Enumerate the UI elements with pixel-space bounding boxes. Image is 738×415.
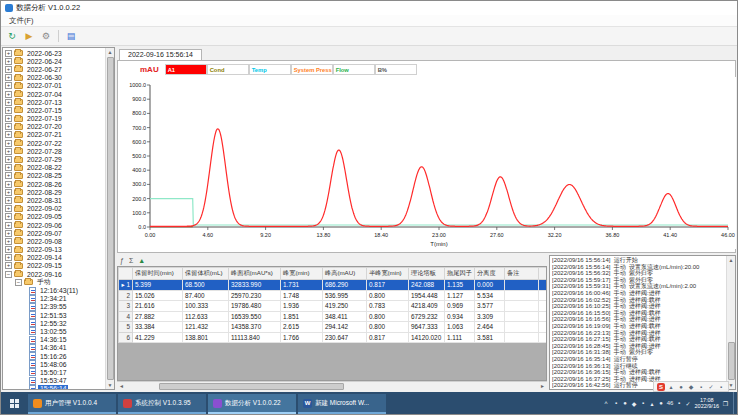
tree-item-2022-08-25[interactable]: +2022-08-25: [3, 172, 105, 180]
tray-icon[interactable]: ◆: [631, 400, 638, 407]
column-header-保留时间-min[interactable]: 保留时间(min): [133, 268, 183, 280]
tree-item-2022-09-07[interactable]: +2022-09-07: [3, 229, 105, 237]
expand-toggle-icon[interactable]: +: [5, 172, 12, 179]
expand-toggle-icon[interactable]: −: [5, 271, 12, 278]
sogou-input-icon[interactable]: S: [657, 383, 665, 391]
table-row[interactable]: ▸ 15.39968.50032833.9901.731686.2900.817…: [119, 280, 548, 291]
formula-tool-icon[interactable]: ƒ: [120, 256, 124, 266]
tree-item-2022-06-23[interactable]: +2022-06-23: [3, 49, 105, 57]
tree-item-2022-09-02[interactable]: +2022-09-02: [3, 205, 105, 213]
expand-toggle-icon[interactable]: +: [5, 148, 12, 155]
table-row[interactable]: 641.229138.80111113.8401.766230.6470.817…: [119, 332, 548, 343]
expand-toggle-icon[interactable]: +: [5, 107, 12, 114]
report-document-button[interactable]: ▤: [64, 29, 78, 43]
tree-item-2022-08-26[interactable]: +2022-08-26: [3, 180, 105, 188]
expand-toggle-icon[interactable]: +: [5, 197, 12, 204]
tray-icon[interactable]: ▴: [649, 400, 656, 407]
tray-icon[interactable]: ●: [622, 400, 629, 407]
hscroll-track[interactable]: [126, 383, 538, 390]
tray-icon[interactable]: ▪: [676, 400, 683, 407]
tree-item-2022-07-20[interactable]: +2022-07-20: [3, 123, 105, 131]
tray-overflow-icon[interactable]: ▪: [697, 383, 705, 391]
expand-toggle-icon[interactable]: +: [5, 164, 12, 171]
tree-item-2022-07-04[interactable]: +2022-07-04: [3, 90, 105, 98]
taskbar-app-用户管理-v1-0-0-4[interactable]: 用户管理 V1.0.0.4: [28, 394, 116, 414]
expand-toggle-icon[interactable]: +: [5, 262, 12, 269]
column-header-备注[interactable]: 备注: [505, 268, 539, 280]
expand-toggle-icon[interactable]: +: [5, 66, 12, 73]
expand-toggle-icon[interactable]: +: [5, 213, 12, 220]
expand-toggle-icon[interactable]: +: [5, 91, 12, 98]
tree-item-2022-07-15[interactable]: +2022-07-15: [3, 106, 105, 114]
legend-channel-cond[interactable]: Cond: [207, 64, 249, 75]
table-row[interactable]: 533.384121.43214358.3702.615294.1420.800…: [119, 322, 548, 333]
tree-item-2022-09-05[interactable]: +2022-09-05: [3, 213, 105, 221]
expand-toggle-icon[interactable]: +: [5, 156, 12, 163]
tree-scrollbar[interactable]: ▲ ▼: [105, 48, 114, 389]
tree-item-13-02-55[interactable]: 13:02:55: [3, 327, 105, 335]
expand-toggle-icon[interactable]: +: [5, 246, 12, 253]
tree-item-2022-09-13[interactable]: +2022-09-13: [3, 246, 105, 254]
legend-channel-system-press[interactable]: System Press: [291, 64, 333, 75]
expand-toggle-icon[interactable]: +: [5, 58, 12, 65]
tree-item-2022-09-15[interactable]: +2022-09-15: [3, 262, 105, 270]
tree-item-15-50-17[interactable]: 15:50:17: [3, 368, 105, 376]
settings-gear-button[interactable]: ⚙: [39, 29, 53, 43]
taskbar-app-数据分析-v1-0-0-22[interactable]: 数据分析 V1.0.0.22: [208, 394, 296, 414]
tree-item-2022-07-28[interactable]: +2022-07-28: [3, 147, 105, 155]
tree-item-2022-09-06[interactable]: +2022-09-06: [3, 221, 105, 229]
tray-icon[interactable]: ▪: [613, 400, 620, 407]
expand-toggle-icon[interactable]: +: [5, 123, 12, 130]
show-desktop-button[interactable]: [733, 392, 737, 414]
start-button[interactable]: [1, 392, 27, 414]
menu-file[interactable]: 文件(F): [6, 16, 37, 26]
expand-toggle-icon[interactable]: +: [5, 99, 12, 106]
tree-item-2022-09-16[interactable]: −2022-09-16: [3, 270, 105, 278]
tray-overflow-icon[interactable]: ▪: [717, 383, 725, 391]
expand-toggle-icon[interactable]: +: [5, 230, 12, 237]
tray-chevron-icon[interactable]: ˄: [603, 400, 610, 406]
tree-item-15-56-14[interactable]: 15:56:14: [3, 385, 105, 389]
tree-item-15-53-47[interactable]: 15:53:47: [3, 377, 105, 385]
expand-toggle-icon[interactable]: +: [5, 82, 12, 89]
tree-item-2022-07-01[interactable]: +2022-07-01: [3, 82, 105, 90]
scroll-up-icon[interactable]: ▲: [108, 48, 113, 56]
tree-item-15-48-06[interactable]: 15:48:06: [3, 360, 105, 368]
tree-scroll-thumb[interactable]: [107, 57, 114, 380]
taskbar-app-系统控制-v1-0-3-95[interactable]: 系统控制 V1.0.3.95: [118, 394, 206, 414]
scroll-down-icon[interactable]: ▼: [108, 381, 113, 389]
legend-channel-flow[interactable]: Flow: [333, 64, 375, 75]
tree-item-2022-07-19[interactable]: +2022-07-19: [3, 115, 105, 123]
expand-toggle-icon[interactable]: +: [5, 222, 12, 229]
table-row[interactable]: 321.616100.33319786.4801.936419.2500.783…: [119, 301, 548, 312]
tree-item-12-55-32[interactable]: 12:55:32: [3, 319, 105, 327]
tree-item-12-34-21[interactable]: 12:34:21: [3, 295, 105, 303]
expand-toggle-icon[interactable]: +: [5, 74, 12, 81]
taskbar-app-新建-microsoft-w[interactable]: W新建 Microsoft W...: [298, 394, 386, 414]
column-header-拖尾因子[interactable]: 拖尾因子: [445, 268, 475, 280]
tray-icon[interactable]: ▪: [640, 400, 647, 407]
tab-current-run[interactable]: 2022-09-16 15:56:14: [119, 49, 202, 60]
tree-item-12-39-55[interactable]: 12:39:55: [3, 303, 105, 311]
tree-item-12-51-53[interactable]: 12:51:53: [3, 311, 105, 319]
column-header-分离度[interactable]: 分离度: [475, 268, 505, 280]
tree-item-14-36-15[interactable]: 14:36:15: [3, 336, 105, 344]
column-header-半峰宽-min[interactable]: 半峰宽(min): [367, 268, 409, 280]
tray-overflow-icon[interactable]: ▴: [667, 383, 675, 391]
expand-toggle-icon[interactable]: −: [15, 279, 22, 286]
legend-channel-temp[interactable]: Temp: [249, 64, 291, 75]
expand-toggle-icon[interactable]: +: [5, 131, 12, 138]
tray-overflow-icon[interactable]: ✓: [707, 383, 715, 391]
column-header-峰高-mau[interactable]: 峰高(mAU): [323, 268, 367, 280]
tray-overflow-icon[interactable]: ◆: [687, 383, 695, 391]
tray-overflow-icon[interactable]: ●: [677, 383, 685, 391]
sum-tool-icon[interactable]: Σ: [129, 256, 133, 266]
legend-channel-a1[interactable]: A1: [165, 64, 207, 75]
tray-icon[interactable]: 46: [667, 400, 674, 407]
tree-item-14-36-41[interactable]: 14:36:41: [3, 344, 105, 352]
expand-toggle-icon[interactable]: +: [5, 254, 12, 261]
expand-toggle-icon[interactable]: +: [5, 115, 12, 122]
log-scroll-thumb[interactable]: [728, 342, 735, 380]
column-header-保留体积-ml[interactable]: 保留体积(mL): [183, 268, 229, 280]
expand-toggle-icon[interactable]: +: [5, 205, 12, 212]
